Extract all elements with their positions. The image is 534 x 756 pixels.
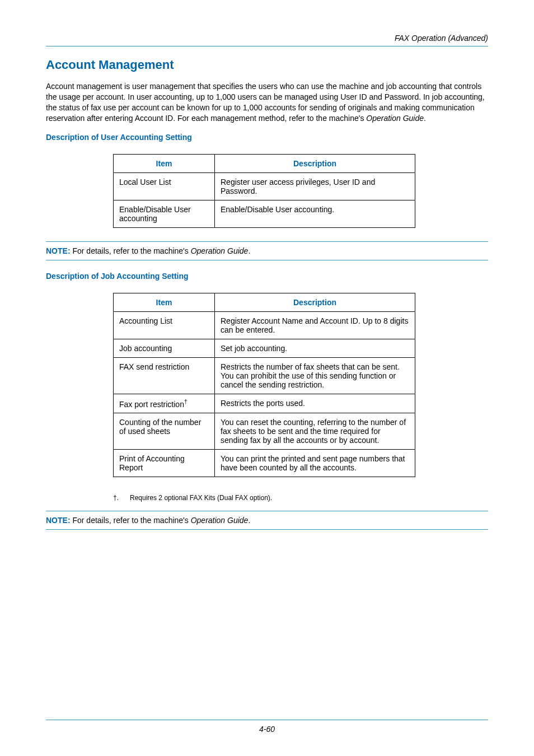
footnote-mark: †.: [113, 494, 119, 502]
dagger-icon: †: [184, 399, 188, 405]
table-row: Enable/Disable User accounting Enable/Di…: [114, 200, 415, 227]
cell-item: Local User List: [114, 172, 215, 200]
intro-text-suffix: .: [424, 114, 426, 123]
table-footnote: †. Requires 2 optional FAX Kits (Dual FA…: [113, 491, 488, 502]
cell-item: Job accounting: [114, 339, 215, 357]
note-suffix: .: [248, 246, 250, 255]
cell-item: Accounting List: [114, 311, 215, 339]
cell-item: Print of Accounting Report: [114, 450, 215, 477]
table-row: Print of Accounting Report You can print…: [114, 450, 415, 477]
cell-description: You can print the printed and sent page …: [215, 450, 415, 477]
intro-paragraph: Account management is user management th…: [46, 81, 488, 124]
user-accounting-table-wrap: Item Description Local User List Registe…: [113, 154, 488, 228]
note-label: NOTE:: [46, 246, 71, 255]
cell-description: Register Account Name and Account ID. Up…: [215, 311, 415, 339]
user-accounting-heading: Description of User Accounting Setting: [46, 133, 488, 142]
cell-description: Enable/Disable User accounting.: [215, 200, 415, 227]
cell-description: Restricts the ports used.: [215, 394, 415, 413]
note-label: NOTE:: [46, 516, 71, 525]
table-row: Accounting List Register Account Name an…: [114, 311, 415, 339]
th-item: Item: [114, 293, 215, 311]
note-suffix: .: [248, 516, 250, 525]
th-description: Description: [215, 154, 415, 172]
note-text: For details, refer to the machine's: [71, 516, 191, 525]
table-row: Counting of the number of used sheets Yo…: [114, 413, 415, 450]
note-block: NOTE: For details, refer to the machine'…: [46, 511, 488, 530]
intro-emphasis: Operation Guide: [366, 114, 424, 123]
user-accounting-table: Item Description Local User List Registe…: [113, 154, 415, 228]
page-title: Account Management: [46, 58, 488, 72]
note-emphasis: Operation Guide: [191, 516, 249, 525]
cell-item: FAX send restriction: [114, 357, 215, 394]
page-footer: 4-60: [46, 720, 488, 734]
cell-description: You can reset the counting, referring to…: [215, 413, 415, 450]
job-accounting-table-wrap: Item Description Accounting List Registe…: [113, 293, 488, 478]
table-row: Fax port restriction† Restricts the port…: [114, 394, 415, 413]
cell-item-text: Fax port restriction: [119, 399, 184, 408]
job-accounting-table: Item Description Accounting List Registe…: [113, 293, 415, 478]
note-block: NOTE: For details, refer to the machine'…: [46, 241, 488, 260]
table-row: FAX send restriction Restricts the numbe…: [114, 357, 415, 394]
cell-description: Set job accounting.: [215, 339, 415, 357]
note-text: For details, refer to the machine's: [71, 246, 191, 255]
job-accounting-heading: Description of Job Accounting Setting: [46, 272, 488, 281]
cell-item: Fax port restriction†: [114, 394, 215, 413]
footnote-text: Requires 2 optional FAX Kits (Dual FAX o…: [130, 494, 272, 502]
cell-item: Counting of the number of used sheets: [114, 413, 215, 450]
cell-description: Restricts the number of fax sheets that …: [215, 357, 415, 394]
table-row: Local User List Register user access pri…: [114, 172, 415, 200]
table-row: Job accounting Set job accounting.: [114, 339, 415, 357]
th-description: Description: [215, 293, 415, 311]
table-header-row: Item Description: [114, 154, 415, 172]
cell-item: Enable/Disable User accounting: [114, 200, 215, 227]
th-item: Item: [114, 154, 215, 172]
cell-description: Register user access privileges, User ID…: [215, 172, 415, 200]
section-header: FAX Operation (Advanced): [46, 34, 488, 46]
table-header-row: Item Description: [114, 293, 415, 311]
note-emphasis: Operation Guide: [191, 246, 249, 255]
